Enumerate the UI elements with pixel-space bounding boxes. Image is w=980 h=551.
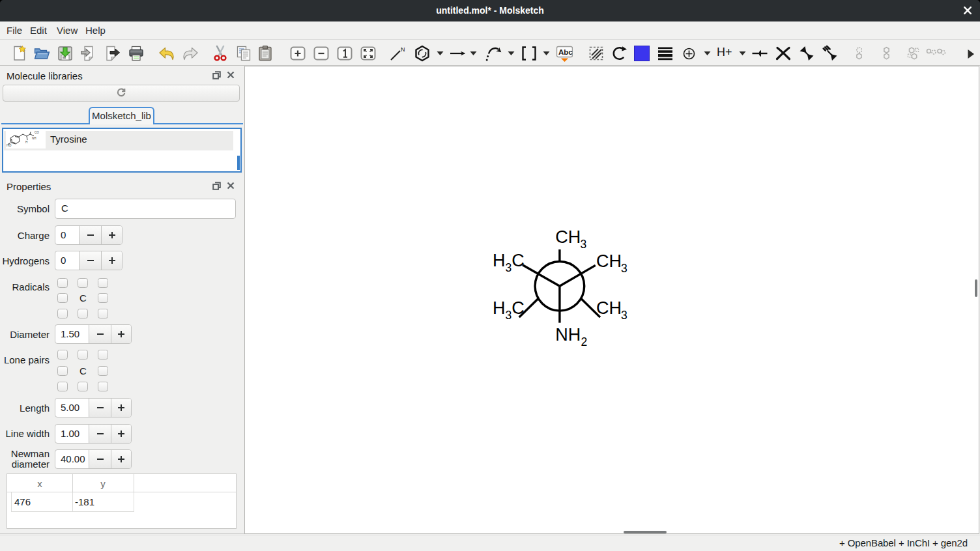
svg-text:C: C xyxy=(512,251,525,270)
svg-text:2: 2 xyxy=(581,335,588,348)
svg-text:CH: CH xyxy=(596,251,622,271)
svg-text:CH: CH xyxy=(596,298,622,318)
svg-text:CH: CH xyxy=(555,227,581,247)
svg-text:N: N xyxy=(401,46,405,53)
svg-text:3: 3 xyxy=(621,309,627,322)
svg-text:H: H xyxy=(25,141,27,144)
svg-text:NH: NH xyxy=(32,137,36,140)
svg-text:H: H xyxy=(493,298,506,318)
svg-text:3: 3 xyxy=(506,261,512,274)
svg-text:3: 3 xyxy=(581,238,587,251)
svg-text:H: H xyxy=(493,251,506,270)
svg-text:Abc: Abc xyxy=(558,48,573,56)
svg-text:NH: NH xyxy=(555,325,581,345)
svg-text:C: C xyxy=(512,298,525,318)
svg-text:3: 3 xyxy=(621,262,627,275)
svg-text:CO: CO xyxy=(35,131,39,134)
svg-text:3: 3 xyxy=(506,309,512,322)
svg-text:HO: HO xyxy=(7,143,12,147)
